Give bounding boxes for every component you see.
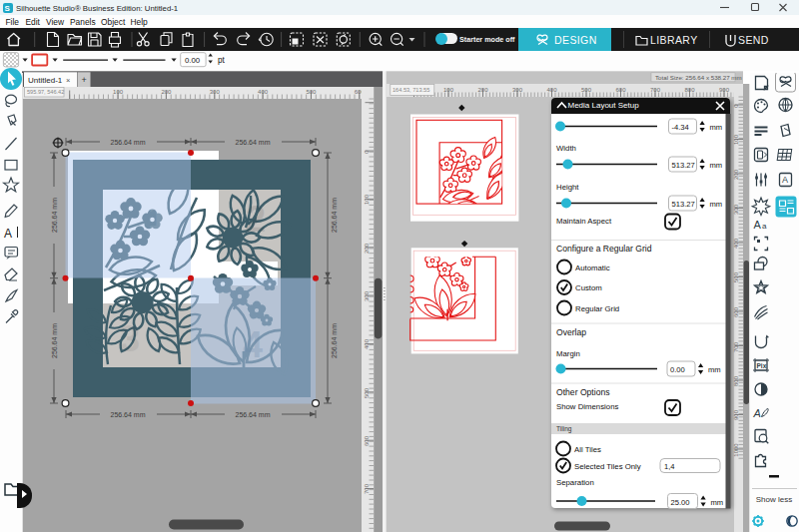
svg-text:A: A	[4, 227, 12, 241]
svg-text:100: 100	[364, 194, 370, 205]
svg-text:256.64 mm: 256.64 mm	[235, 411, 270, 418]
svg-text:500: 500	[364, 387, 370, 398]
svg-text:A: A	[782, 175, 788, 185]
svg-text:256.64 mm: 256.64 mm	[331, 198, 338, 233]
svg-text:Tiling: Tiling	[556, 425, 572, 433]
svg-text:900: 900	[733, 409, 739, 420]
svg-text:1,4: 1,4	[664, 461, 675, 470]
svg-text:3: 3	[120, 318, 140, 359]
svg-text:256.64 mm: 256.64 mm	[51, 198, 58, 233]
svg-text:Other Options: Other Options	[556, 386, 610, 396]
svg-text:mm: mm	[709, 200, 722, 209]
svg-text:0.00: 0.00	[670, 365, 685, 374]
svg-text:700: 700	[364, 483, 370, 494]
svg-text:Separation: Separation	[556, 478, 594, 487]
svg-text:mm: mm	[708, 365, 721, 374]
svg-text:Margin: Margin	[556, 348, 580, 357]
svg-text:mm: mm	[709, 161, 722, 170]
svg-text:256.64 mm: 256.64 mm	[51, 323, 58, 358]
svg-text:2: 2	[246, 199, 266, 240]
svg-text:A: A	[753, 406, 761, 418]
svg-text:+: +	[82, 75, 87, 85]
svg-text:513.27: 513.27	[671, 200, 694, 209]
svg-text:mm: mm	[710, 497, 723, 506]
svg-text:256.64 mm: 256.64 mm	[110, 139, 145, 146]
svg-text:400: 400	[546, 87, 557, 93]
svg-text:1000: 1000	[733, 443, 739, 457]
svg-text:595.97, 546.42: 595.97, 546.42	[27, 89, 64, 95]
svg-text:500: 500	[733, 271, 739, 282]
svg-text:400: 400	[364, 338, 370, 349]
svg-text:800: 800	[684, 87, 695, 93]
svg-text:300: 300	[733, 204, 739, 215]
svg-text:100: 100	[733, 134, 739, 145]
svg-text:Selected Tiles Only: Selected Tiles Only	[574, 461, 641, 470]
svg-text:900: 900	[719, 87, 730, 93]
svg-text:All Tiles: All Tiles	[574, 444, 601, 453]
svg-text:Configure a Regular Grid: Configure a Regular Grid	[556, 243, 652, 253]
svg-text:Width: Width	[556, 143, 576, 152]
svg-text:256.64 mm: 256.64 mm	[110, 411, 145, 418]
svg-text:Maintain Aspect: Maintain Aspect	[556, 217, 612, 226]
svg-text:Total Size: 256.64 x 538.27 mm: Total Size: 256.64 x 538.27 mm	[655, 74, 742, 81]
svg-text:164.53, 713.55: 164.53, 713.55	[393, 87, 429, 93]
svg-text:200: 200	[477, 87, 488, 93]
svg-text:400: 400	[258, 89, 269, 95]
svg-text:Show less: Show less	[756, 495, 792, 504]
svg-text:Custom: Custom	[575, 283, 602, 292]
svg-text:Untitled-1: Untitled-1	[28, 76, 63, 85]
svg-text:400: 400	[733, 238, 739, 249]
svg-text:×: ×	[66, 76, 70, 85]
svg-text:200: 200	[364, 243, 370, 254]
svg-text:200: 200	[733, 169, 739, 180]
svg-text:256.64 mm: 256.64 mm	[331, 323, 338, 358]
svg-text:Automatic: Automatic	[575, 263, 610, 271]
svg-text:600: 600	[364, 435, 370, 446]
svg-text:100: 100	[113, 89, 124, 95]
svg-text:100: 100	[443, 87, 454, 93]
svg-text:200: 200	[161, 89, 172, 95]
svg-text:513.27: 513.27	[671, 161, 694, 170]
svg-text:a: a	[762, 221, 767, 230]
svg-text:500: 500	[306, 89, 317, 95]
svg-text:Regular Grid: Regular Grid	[575, 303, 619, 312]
svg-text:500: 500	[581, 87, 592, 93]
svg-text:Pix: Pix	[757, 362, 767, 369]
svg-text:mm: mm	[709, 123, 722, 132]
svg-text:600: 600	[733, 306, 739, 317]
svg-text:256.64 mm: 256.64 mm	[235, 139, 270, 146]
svg-text:25.00: 25.00	[670, 497, 689, 506]
svg-text:600: 600	[615, 87, 626, 93]
svg-text:Height: Height	[556, 182, 579, 191]
svg-text:300: 300	[512, 87, 523, 93]
svg-text:800: 800	[733, 375, 739, 386]
svg-text:-4.34: -4.34	[671, 123, 688, 132]
svg-text:700: 700	[650, 87, 661, 93]
svg-text:700: 700	[733, 341, 739, 352]
svg-text:Overlap: Overlap	[556, 326, 586, 336]
svg-text:A: A	[754, 218, 762, 230]
svg-text:300: 300	[210, 89, 221, 95]
svg-text:300: 300	[364, 290, 370, 301]
svg-text:Show Dimensions: Show Dimensions	[556, 401, 619, 410]
